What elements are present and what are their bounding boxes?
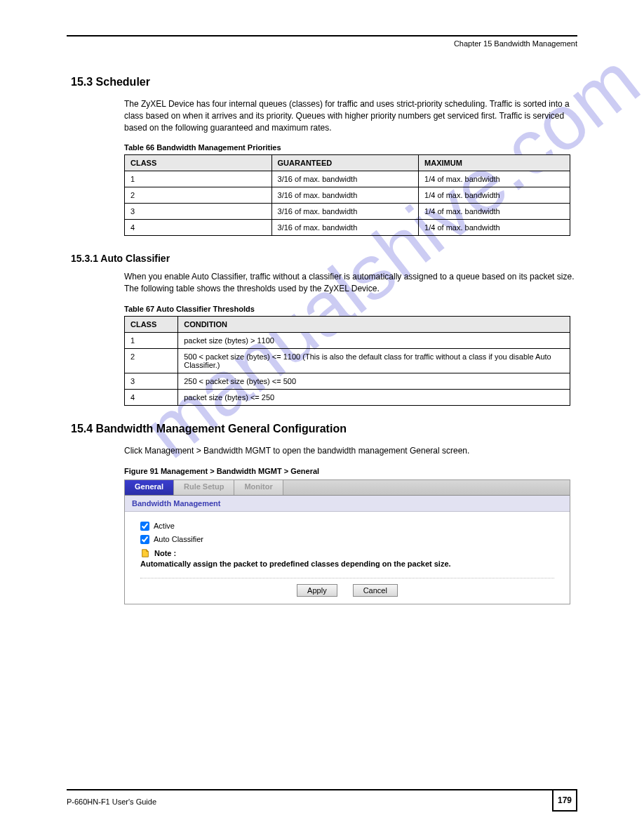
- table-row: 13/16 of max. bandwidth1/4 of max. bandw…: [125, 171, 570, 187]
- auto-classifier-row: Auto Classifier: [140, 535, 554, 544]
- cell: 4: [125, 389, 178, 405]
- th-guaranteed: GUARANTEED: [271, 155, 419, 171]
- th-class: CLASS: [125, 316, 178, 332]
- panel-body: Active Auto Classifier Note : Automatica…: [125, 512, 570, 604]
- cell: 500 < packet size (bytes) <= 1100 (This …: [178, 348, 570, 373]
- cell: 250 < packet size (bytes) <= 500: [178, 373, 570, 389]
- auto-classifier-checkbox[interactable]: [140, 535, 149, 544]
- table-row: 2500 < packet size (bytes) <= 1100 (This…: [125, 348, 570, 373]
- active-label: Active: [154, 522, 175, 530]
- note-label: Note :: [154, 549, 176, 557]
- chapter-header: Chapter 15 Bandwidth Management: [67, 39, 577, 48]
- screenshot-panel: General Rule Setup Monitor Bandwidth Man…: [124, 479, 570, 604]
- page: Chapter 15 Bandwidth Management 15.3 Sch…: [0, 0, 644, 654]
- panel-title: Bandwidth Management: [125, 496, 570, 512]
- cell: 2: [125, 348, 178, 373]
- active-checkbox[interactable]: [140, 522, 149, 531]
- tab-rule-setup[interactable]: Rule Setup: [174, 480, 234, 495]
- tab-general[interactable]: General: [125, 480, 174, 495]
- cell: 1/4 of max. bandwidth: [419, 204, 570, 220]
- table-row: 43/16 of max. bandwidth1/4 of max. bandw…: [125, 220, 570, 236]
- cell: 2: [125, 187, 272, 204]
- cell: 3/16 of max. bandwidth: [271, 204, 419, 220]
- table-row: 3250 < packet size (bytes) <= 500: [125, 373, 570, 389]
- tab-bar: General Rule Setup Monitor: [125, 480, 570, 496]
- thresholds-table: CLASS CONDITION 1packet size (bytes) > 1…: [124, 316, 570, 406]
- priorities-table: CLASS GUARANTEED MAXIMUM 13/16 of max. b…: [124, 154, 570, 236]
- table-row: 23/16 of max. bandwidth1/4 of max. bandw…: [125, 187, 570, 204]
- page-number: 179: [552, 789, 577, 812]
- cell: packet size (bytes) > 1100: [178, 332, 570, 348]
- table-row: 1packet size (bytes) > 1100: [125, 332, 570, 348]
- cell: packet size (bytes) <= 250: [178, 389, 570, 405]
- subsection-intro: When you enable Auto Classifier, traffic…: [124, 271, 577, 295]
- note-row: Note :: [140, 548, 554, 558]
- cell: 3/16 of max. bandwidth: [271, 187, 419, 204]
- cancel-button[interactable]: Cancel: [353, 584, 398, 597]
- header-rule: [67, 35, 577, 37]
- apply-button[interactable]: Apply: [297, 584, 337, 597]
- tab-monitor[interactable]: Monitor: [234, 480, 283, 495]
- th-class: CLASS: [125, 155, 272, 171]
- cell: 1/4 of max. bandwidth: [419, 187, 570, 204]
- cell: 4: [125, 220, 272, 236]
- table-row: 33/16 of max. bandwidth1/4 of max. bandw…: [125, 204, 570, 220]
- table-caption-67: Table 67 Auto Classifier Thresholds: [124, 305, 577, 313]
- cell: 3/16 of max. bandwidth: [271, 220, 419, 236]
- button-row: Apply Cancel: [140, 578, 554, 597]
- cell: 1: [125, 171, 272, 187]
- section-intro-scheduler: The ZyXEL Device has four internal queue…: [124, 98, 577, 133]
- note-body: Automatically assign the packet to prede…: [140, 560, 554, 568]
- figure-caption-91: Figure 91 Management > Bandwidth MGMT > …: [124, 467, 577, 475]
- footer-left: P-660HN-F1 User's Guide: [67, 797, 156, 806]
- cell: 3/16 of max. bandwidth: [271, 171, 419, 187]
- cell: 3: [125, 204, 272, 220]
- section-intro-general-config: Click Management > Bandwidth MGMT to ope…: [124, 445, 577, 457]
- cell: 3: [125, 373, 178, 389]
- table-header-row: CLASS GUARANTEED MAXIMUM: [125, 155, 570, 171]
- subsection-title-auto-classifier: 15.3.1 Auto Classifier: [71, 253, 577, 264]
- th-condition: CONDITION: [178, 316, 570, 332]
- table-caption-66: Table 66 Bandwidth Management Priorities: [124, 143, 577, 152]
- auto-classifier-label: Auto Classifier: [154, 535, 203, 543]
- note-icon: [140, 548, 150, 558]
- footer: P-660HN-F1 User's Guide: [67, 789, 577, 806]
- table-row: 4packet size (bytes) <= 250: [125, 389, 570, 405]
- cell: 1/4 of max. bandwidth: [419, 220, 570, 236]
- active-row: Active: [140, 522, 554, 531]
- cell: 1/4 of max. bandwidth: [419, 171, 570, 187]
- table-header-row: CLASS CONDITION: [125, 316, 570, 332]
- section-title-scheduler: 15.3 Scheduler: [71, 76, 577, 88]
- section-title-general-config: 15.4 Bandwidth Management General Config…: [71, 423, 577, 435]
- th-maximum: MAXIMUM: [419, 155, 570, 171]
- cell: 1: [125, 332, 178, 348]
